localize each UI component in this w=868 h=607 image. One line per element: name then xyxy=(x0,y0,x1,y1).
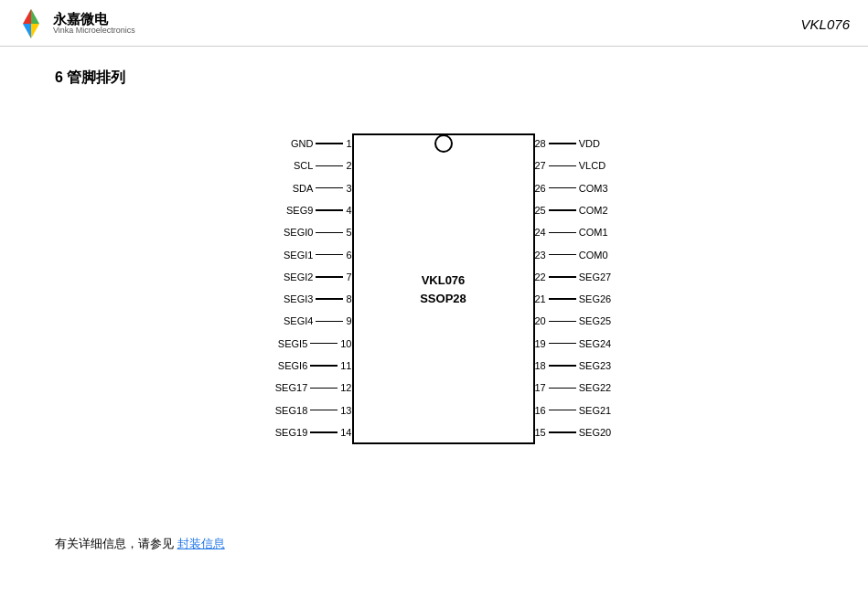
left-pin-line-6 xyxy=(316,254,343,256)
right-pin-line-27 xyxy=(549,165,576,167)
left-pin-line-10 xyxy=(310,343,338,345)
right-pin-label-23: COM0 xyxy=(579,250,608,261)
right-pin-15: 15SEG20 xyxy=(535,427,612,438)
right-pin-line-28 xyxy=(549,143,576,144)
right-pin-num-17: 17 xyxy=(535,382,546,393)
right-pin-line-15 xyxy=(549,431,576,433)
left-pin-6: SEGI16 xyxy=(284,250,352,261)
left-pin-line-14 xyxy=(310,431,338,433)
right-pin-line-16 xyxy=(549,410,576,411)
right-pin-16: 16SEG21 xyxy=(535,405,612,416)
right-pin-17: 17SEG22 xyxy=(535,382,612,393)
left-pin-8: SEGI38 xyxy=(284,293,352,304)
left-pin-num-13: 13 xyxy=(340,405,351,416)
ic-body: VKL076 SSOP28 xyxy=(352,133,535,444)
logo-english: Vinka Microelectronics xyxy=(53,27,135,36)
right-pin-25: 25COM2 xyxy=(535,205,608,216)
right-pin-num-22: 22 xyxy=(535,272,546,282)
left-pin-num-2: 2 xyxy=(346,160,351,171)
right-pin-num-21: 21 xyxy=(535,293,546,304)
ic-diagram: VKL076 SSOP28 GND1SCL2SDA3SEG94SEGI05SEG… xyxy=(252,115,636,472)
left-pin-num-3: 3 xyxy=(346,183,351,194)
left-pin-label-6: SEGI1 xyxy=(284,250,313,261)
right-pin-label-20: SEG25 xyxy=(579,315,611,326)
left-pin-num-1: 1 xyxy=(346,138,351,149)
left-pin-num-11: 11 xyxy=(340,360,351,371)
left-pin-label-5: SEGI0 xyxy=(284,227,313,238)
left-pin-label-10: SEGI5 xyxy=(278,338,307,349)
right-pin-label-19: SEG24 xyxy=(579,338,611,349)
main-content: 6 管脚排列 VKL076 SSOP28 GND1SCL2SDA3SEG94SE… xyxy=(0,47,868,527)
right-pin-num-25: 25 xyxy=(535,205,546,216)
left-pin-label-4: SEG9 xyxy=(286,205,313,216)
right-pin-num-16: 16 xyxy=(535,405,546,416)
right-pin-21: 21SEG26 xyxy=(535,293,612,304)
right-pin-label-28: VDD xyxy=(579,138,600,149)
right-pin-label-16: SEG21 xyxy=(579,405,611,416)
left-pin-label-12: SEG17 xyxy=(275,382,307,393)
right-pin-num-26: 26 xyxy=(535,183,546,194)
right-pin-label-18: SEG23 xyxy=(579,360,611,371)
svg-marker-3 xyxy=(31,24,39,38)
left-pin-10: SEGI510 xyxy=(278,338,352,349)
left-pin-5: SEGI05 xyxy=(284,227,352,238)
left-pin-line-2 xyxy=(316,165,343,167)
left-pin-num-14: 14 xyxy=(340,427,351,438)
right-pin-22: 22SEG27 xyxy=(535,272,612,282)
footer-text: 有关详细信息，请参见 xyxy=(55,537,177,550)
left-pin-13: SEG1813 xyxy=(275,405,352,416)
left-pin-label-14: SEG19 xyxy=(275,427,307,438)
logo-chinese: 永嘉微电 xyxy=(53,12,135,27)
footer: 有关详细信息，请参见 封装信息 xyxy=(0,527,868,570)
right-pin-num-24: 24 xyxy=(535,227,546,238)
ic-label-line2: SSOP28 xyxy=(420,291,466,304)
left-pin-label-9: SEGI4 xyxy=(284,315,313,326)
left-pin-1: GND1 xyxy=(291,138,352,149)
left-pin-num-4: 4 xyxy=(346,205,351,216)
right-pin-label-21: SEG26 xyxy=(579,293,611,304)
left-pin-4: SEG94 xyxy=(286,205,351,216)
left-pin-line-13 xyxy=(310,410,338,411)
right-pin-label-25: COM2 xyxy=(579,205,608,216)
right-pin-line-18 xyxy=(549,365,576,367)
right-pin-label-22: SEG27 xyxy=(579,272,611,282)
left-pin-label-8: SEGI3 xyxy=(284,293,313,304)
left-pin-line-5 xyxy=(316,232,343,234)
svg-marker-0 xyxy=(23,9,31,24)
ic-notch xyxy=(434,134,453,153)
right-pin-18: 18SEG23 xyxy=(535,360,612,371)
right-pin-label-26: COM3 xyxy=(579,183,608,194)
right-pin-label-15: SEG20 xyxy=(579,427,611,438)
right-pin-line-20 xyxy=(549,321,576,323)
right-pin-num-18: 18 xyxy=(535,360,546,371)
logo-text: 永嘉微电 Vinka Microelectronics xyxy=(53,12,135,36)
right-pin-line-17 xyxy=(549,388,576,389)
right-pin-num-19: 19 xyxy=(535,338,546,349)
left-pin-line-11 xyxy=(310,365,338,367)
right-pin-27: 27VLCD xyxy=(535,160,606,171)
right-pin-line-24 xyxy=(549,232,576,234)
left-pin-num-8: 8 xyxy=(346,293,351,304)
left-pin-label-1: GND xyxy=(291,138,313,149)
right-pin-num-23: 23 xyxy=(535,250,546,261)
footer-link[interactable]: 封装信息 xyxy=(177,537,225,550)
left-pin-7: SEGI27 xyxy=(284,272,352,282)
right-pin-line-25 xyxy=(549,209,576,211)
right-pin-line-23 xyxy=(549,254,576,256)
left-pin-line-7 xyxy=(316,276,343,278)
right-pin-line-21 xyxy=(549,298,576,300)
ic-label-line1: VKL076 xyxy=(422,273,466,287)
left-pin-label-7: SEGI2 xyxy=(284,272,313,282)
logo-area: 永嘉微电 Vinka Microelectronics xyxy=(15,7,135,40)
left-pin-line-3 xyxy=(316,187,343,189)
svg-marker-1 xyxy=(31,9,39,24)
right-pin-20: 20SEG25 xyxy=(535,315,612,326)
left-pin-num-10: 10 xyxy=(340,338,351,349)
left-pin-num-9: 9 xyxy=(346,315,351,326)
left-pin-label-3: SDA xyxy=(293,183,314,194)
right-pin-label-17: SEG22 xyxy=(579,382,611,393)
right-pin-23: 23COM0 xyxy=(535,250,608,261)
left-pin-line-12 xyxy=(310,388,338,389)
left-pin-label-11: SEGI6 xyxy=(278,360,307,371)
page-header: 永嘉微电 Vinka Microelectronics VKL076 xyxy=(0,0,868,47)
